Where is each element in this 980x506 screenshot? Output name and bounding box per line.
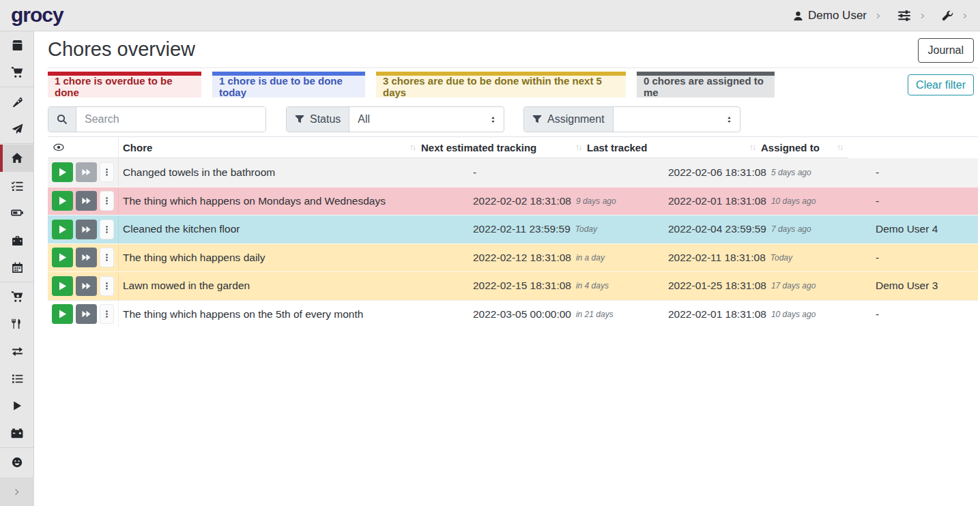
sidebar-item-tasks[interactable] bbox=[0, 172, 34, 199]
table-row: The thing which happens on Mondays and W… bbox=[48, 187, 978, 215]
journal-button[interactable]: Journal bbox=[918, 38, 974, 63]
row-menu-button[interactable] bbox=[100, 276, 114, 296]
home-icon bbox=[11, 152, 23, 164]
next-tracking-relative: Today bbox=[575, 224, 597, 234]
row-menu-button[interactable] bbox=[100, 304, 114, 324]
sort-icon: ↑↓ bbox=[749, 143, 760, 152]
last-tracked-date: 2022-02-01 18:31:08 bbox=[668, 195, 766, 207]
next-tracking-relative: in 21 days bbox=[576, 310, 614, 319]
sidebar-item-consume[interactable] bbox=[0, 310, 34, 338]
chores-table: Chore↑↓ Next estimated tracking↑↓ Last t… bbox=[48, 136, 978, 328]
track-chore-execution-button[interactable] bbox=[52, 220, 73, 239]
overdue-filter-card[interactable]: 1 chore is overdue to be done bbox=[48, 72, 201, 98]
clear-filter-button[interactable]: Clear filter bbox=[908, 74, 974, 95]
next-tracking-date: 2022-03-05 00:00:00 bbox=[473, 308, 571, 321]
last-tracked-relative: 7 days ago bbox=[771, 224, 811, 234]
due-today-filter-card[interactable]: 1 chore is due to be done today bbox=[212, 72, 365, 98]
sidebar-item-user-menu[interactable] bbox=[0, 449, 34, 476]
sort-icon: ↑↓ bbox=[575, 143, 586, 152]
chore-name[interactable]: The thing which happens on the 5th of ev… bbox=[123, 308, 363, 321]
ellipsis-v-icon bbox=[102, 310, 111, 318]
assigned-to-value: - bbox=[876, 244, 978, 272]
chore-name[interactable]: Cleaned the kitchen floor bbox=[123, 223, 240, 235]
assigned-to-me-filter-card[interactable]: 0 chores are assigned to me bbox=[637, 72, 775, 98]
last-tracked-relative: 10 days ago bbox=[771, 310, 816, 319]
sidebar-item-stock-overview[interactable] bbox=[0, 31, 34, 59]
last-tracked-relative: 5 days ago bbox=[771, 168, 811, 177]
sidebar-item-purchase[interactable] bbox=[0, 283, 34, 310]
track-chore-execution-button[interactable] bbox=[52, 248, 73, 267]
row-menu-button[interactable] bbox=[100, 191, 114, 211]
column-header-assigned-to[interactable]: Assigned to↑↓ bbox=[760, 137, 848, 158]
skip-chore-button[interactable] bbox=[76, 248, 97, 267]
search-group bbox=[48, 106, 266, 132]
box-icon bbox=[12, 40, 23, 51]
sidebar-item-batteries-overview[interactable] bbox=[0, 199, 34, 226]
track-chore-execution-button[interactable] bbox=[52, 304, 73, 324]
chore-name[interactable]: The thing which happens on Mondays and W… bbox=[123, 195, 386, 207]
column-visibility-toggle[interactable] bbox=[48, 137, 119, 158]
assigned-to-value: Demo User 3 bbox=[876, 272, 978, 300]
sidebar-item-shopping-list[interactable] bbox=[0, 59, 34, 86]
sidebar-item-chore-tracking[interactable] bbox=[0, 392, 34, 419]
search-input[interactable] bbox=[76, 107, 265, 132]
ellipsis-v-icon bbox=[102, 168, 111, 177]
user-icon bbox=[793, 11, 803, 21]
last-tracked-date: 2022-02-11 18:31:08 bbox=[668, 252, 766, 264]
select-caret-icon bbox=[725, 116, 733, 123]
next-tracking-date: - bbox=[473, 166, 476, 179]
sidebar-item-transfer[interactable] bbox=[0, 338, 34, 365]
sidebar-nav bbox=[0, 31, 34, 506]
sidebar-item-equipment[interactable] bbox=[0, 226, 34, 254]
chore-name[interactable]: The thing which happens daily bbox=[123, 252, 265, 264]
sidebar-item-recipes[interactable] bbox=[0, 88, 34, 115]
sidebar-item-meal-plan[interactable] bbox=[0, 115, 34, 143]
track-chore-execution-button[interactable] bbox=[52, 276, 73, 296]
skip-chore-button[interactable] bbox=[76, 276, 97, 296]
sidebar-divider bbox=[0, 447, 33, 448]
sidebar-collapse-toggle[interactable] bbox=[0, 477, 34, 506]
cart-plus-icon bbox=[11, 291, 23, 303]
chore-name[interactable]: Lawn mowed in the garden bbox=[123, 280, 250, 292]
status-select[interactable]: All bbox=[349, 107, 504, 132]
ellipsis-v-icon bbox=[102, 282, 111, 291]
sidebar-item-inventory[interactable] bbox=[0, 365, 34, 392]
chore-name[interactable]: Changed towels in the bathroom bbox=[123, 166, 275, 179]
sort-icon: ↑↓ bbox=[837, 143, 848, 152]
sidebar-item-calendar[interactable] bbox=[0, 254, 34, 281]
skip-chore-button[interactable] bbox=[76, 220, 97, 239]
table-body: Changed towels in the bathroom - 2022-02… bbox=[48, 158, 978, 328]
sidebar-divider bbox=[0, 282, 33, 282]
grocy-logo[interactable]: grocy bbox=[11, 0, 63, 31]
shopping-cart-icon bbox=[11, 66, 23, 78]
row-menu-button[interactable] bbox=[100, 220, 114, 239]
admin-menu[interactable] bbox=[942, 10, 953, 22]
car-battery-icon bbox=[11, 427, 23, 439]
table-row: Changed towels in the bathroom - 2022-02… bbox=[48, 158, 978, 187]
next-tracking-relative: in 4 days bbox=[576, 281, 609, 291]
main-content: Chores overview Journal 1 chore is overd… bbox=[35, 31, 980, 506]
sidebar-item-battery-tracking[interactable] bbox=[0, 419, 34, 447]
exchange-icon bbox=[12, 346, 23, 357]
settings-menu[interactable] bbox=[897, 9, 911, 23]
ellipsis-v-icon bbox=[102, 225, 111, 234]
column-header-last-tracked[interactable]: Last tracked↑↓ bbox=[586, 137, 760, 158]
skip-chore-button[interactable] bbox=[76, 304, 97, 324]
column-header-chore[interactable]: Chore↑↓ bbox=[119, 137, 420, 158]
sidebar-item-chores-overview[interactable] bbox=[0, 145, 34, 172]
due-soon-filter-card[interactable]: 3 chores are due to be done within the n… bbox=[376, 72, 626, 98]
battery-icon bbox=[11, 207, 23, 219]
user-menu[interactable]: Demo User bbox=[793, 9, 867, 23]
track-chore-execution-button[interactable] bbox=[52, 191, 73, 211]
column-header-next-tracking[interactable]: Next estimated tracking↑↓ bbox=[420, 137, 586, 158]
sort-icon: ↑↓ bbox=[409, 143, 420, 152]
row-menu-button[interactable] bbox=[100, 248, 114, 267]
assignment-select[interactable] bbox=[614, 107, 740, 132]
ellipsis-v-icon bbox=[102, 196, 111, 205]
skip-chore-button[interactable] bbox=[76, 191, 97, 211]
next-tracking-relative: in a day bbox=[576, 253, 605, 263]
row-menu-button[interactable] bbox=[100, 162, 114, 182]
track-chore-execution-button[interactable] bbox=[52, 162, 73, 182]
divider bbox=[48, 68, 978, 68]
toolbox-icon bbox=[12, 235, 23, 246]
